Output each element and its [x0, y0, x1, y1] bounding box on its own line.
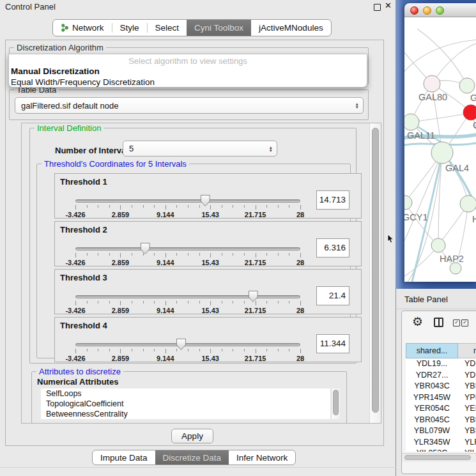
cell-name[interactable]: YBL0 [458, 426, 476, 437]
table-row[interactable]: YBL079WYBL0 [406, 426, 476, 437]
slider-track[interactable] [75, 247, 300, 250]
tab-impute-data[interactable]: Impute Data [93, 450, 155, 464]
tab-cyni-toolbox[interactable]: Cyni Toolbox [187, 20, 251, 36]
minimize-traffic-light-icon[interactable] [423, 6, 431, 15]
threshold-value-field[interactable]: 6.316 [316, 238, 349, 257]
table-row[interactable]: YDL19...YDL1 [406, 358, 476, 370]
cell-shared-name[interactable]: YPR145W [406, 392, 458, 404]
table-row[interactable]: YIL052CYIL0 [406, 448, 476, 452]
threshold-slider[interactable]: -3.4262.8599.14415.4321.71528 [75, 196, 300, 217]
cell-shared-name[interactable]: YBL079W [406, 426, 458, 437]
slider-ticks [75, 205, 300, 210]
attribute-item[interactable]: BetweennessCentrality [41, 409, 330, 419]
close-traffic-light-icon[interactable] [410, 6, 418, 15]
table-row[interactable]: YBR045CYBR0 [406, 415, 476, 426]
node-partial-bottom[interactable] [450, 263, 461, 274]
tick-mark [120, 349, 121, 353]
node-gcy1[interactable] [404, 196, 412, 210]
cell-shared-name[interactable]: YDL19... [406, 358, 458, 370]
network-graph: GAL80 GA C GAL11 GAL4 GCY1 H HAP2 [404, 17, 476, 282]
cell-name[interactable]: YBR0 [458, 381, 476, 392]
table-row[interactable]: YPR145WYPR1 [406, 392, 476, 404]
cell-name[interactable]: YER0 [458, 403, 476, 415]
number-of-intervals-select[interactable]: 5 ▲▼ [123, 141, 277, 157]
cell-shared-name[interactable]: YBR045C [406, 415, 458, 426]
tick-mark [210, 301, 211, 305]
threshold-value-field[interactable]: 14.713 [316, 190, 349, 210]
dropdown-option-manual[interactable]: Manual Discretization [9, 66, 367, 77]
zoom-traffic-light-icon[interactable] [436, 6, 444, 15]
tab-select[interactable]: Select [148, 20, 187, 36]
slider-track[interactable] [75, 199, 300, 203]
node-partial-right[interactable] [460, 196, 476, 212]
table-row[interactable]: YBR043CYBR0 [406, 381, 476, 392]
float-window-icon[interactable] [374, 4, 381, 11]
tab-jactivemnodules[interactable]: jActiveMNodules [251, 20, 331, 36]
cell-shared-name[interactable]: YDR27... [406, 370, 458, 381]
threshold-label: Threshold 2 [60, 225, 107, 234]
tick-mark [222, 253, 222, 256]
node-gal80[interactable] [424, 75, 440, 92]
node-selected-red[interactable] [463, 105, 476, 120]
table-horizontal-scrollbar[interactable] [402, 453, 476, 462]
threshold-value-field[interactable]: 21.4 [316, 286, 349, 305]
tab-style[interactable]: Style [112, 20, 147, 36]
column-header-shared-name[interactable]: shared... [406, 343, 458, 358]
gear-icon[interactable]: ⚙ [412, 314, 423, 328]
tab-label: Cyni Toolbox [194, 23, 243, 33]
table-row[interactable]: YLR345WYLR3 [406, 437, 476, 449]
cell-shared-name[interactable]: YLR345W [406, 437, 458, 449]
cell-name[interactable]: YBR0 [458, 415, 476, 426]
node-gal11[interactable] [404, 114, 419, 130]
thresholds-group-title: Threshold's Coordinates for 5 Intervals [42, 159, 189, 169]
split-columns-icon[interactable] [434, 318, 443, 327]
cell-name[interactable]: YPR1 [458, 392, 476, 404]
cell-name[interactable]: YIL0 [458, 448, 476, 452]
cell-name[interactable]: YLR3 [458, 437, 476, 449]
table-row[interactable]: YDR27...YDR2 [406, 370, 476, 381]
tab-infer-network[interactable]: Infer Network [229, 450, 295, 464]
node-gal4[interactable] [431, 142, 453, 164]
threshold-slider[interactable]: -3.4262.8599.14415.4321.71528 [75, 339, 300, 361]
attributes-scrollbar-thumb[interactable] [333, 390, 339, 415]
cell-shared-name[interactable]: YER054C [406, 403, 458, 415]
select-none-checkbox-icon[interactable]: ✓ [461, 319, 468, 326]
close-icon[interactable]: ✕ [385, 1, 392, 10]
numerical-attributes-label: Numerical Attributes [37, 377, 118, 387]
threshold-slider[interactable]: -3.4262.8599.14415.4321.71528 [75, 243, 300, 265]
cell-name[interactable]: YDL1 [458, 358, 476, 370]
slider-track[interactable] [75, 295, 300, 298]
column-header-name[interactable]: na [458, 343, 476, 358]
threshold-slider[interactable]: -3.4262.8599.14415.4321.71528 [75, 291, 300, 313]
attribute-item[interactable]: SelfLoops [41, 388, 330, 399]
tick-mark [120, 253, 121, 257]
network-window-titlebar[interactable] [404, 3, 476, 17]
node-hap2[interactable] [431, 238, 445, 252]
table-row[interactable]: YER054CYER0 [406, 403, 476, 415]
cell-name[interactable]: YDR2 [458, 370, 476, 381]
node-partial-top[interactable] [459, 78, 475, 93]
settings-scrollbar[interactable] [369, 123, 381, 423]
select-all-checkbox-icon[interactable]: ✓ [453, 319, 460, 326]
cell-shared-name[interactable]: YBR043C [406, 381, 458, 392]
tick-label: 28 [296, 259, 304, 266]
attribute-item[interactable]: TopologicalCoefficient [41, 399, 330, 409]
tab-network[interactable]: Network [53, 20, 112, 36]
settings-scrollbar-thumb[interactable] [372, 128, 379, 413]
dropdown-option-equal-width[interactable]: Equal Width/Frequency Discretization [9, 77, 367, 88]
tab-discretize-data[interactable]: Discretize Data [155, 450, 229, 464]
threshold-value-field[interactable]: 11.344 [316, 334, 349, 353]
number-of-intervals-label: Number of Intervals [55, 146, 133, 155]
table-hscrollbar-thumb[interactable] [404, 455, 471, 460]
tick-mark [244, 349, 245, 351]
attributes-list-scrollbar[interactable] [331, 388, 340, 419]
dropdown-placeholder-item[interactable]: Select algorithm to view settings [9, 54, 367, 66]
node-label-partial-top: GA [470, 93, 476, 103]
table-data-select[interactable]: galFiltered.sif default node ▲▼ [15, 97, 364, 114]
slider-track[interactable] [75, 343, 300, 346]
network-canvas[interactable]: GAL80 GA C GAL11 GAL4 GCY1 H HAP2 [404, 17, 476, 282]
apply-button[interactable]: Apply [171, 429, 213, 443]
cell-shared-name[interactable]: YIL052C [406, 448, 458, 452]
slider-tick-labels: -3.4262.8599.14415.4321.71528 [75, 259, 300, 266]
node-label-hap2: HAP2 [440, 254, 464, 264]
